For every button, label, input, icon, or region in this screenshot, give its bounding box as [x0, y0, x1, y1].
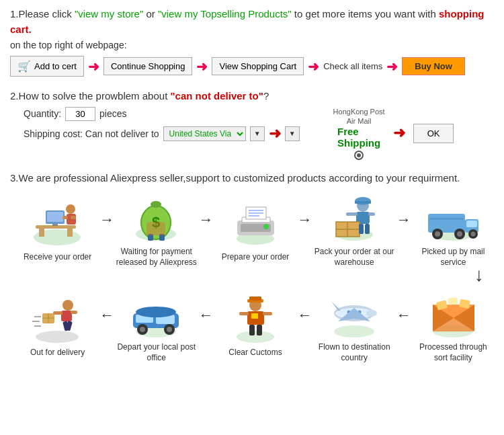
can-not-deliver-text: "can not deliver to" — [170, 90, 263, 102]
process-arrow-2: → — [198, 211, 213, 247]
step6-label: Out for delivery — [30, 348, 85, 358]
step8-label: Clear Cuctoms — [228, 348, 282, 358]
view-cart-label: View Shopping Cart — [219, 61, 296, 71]
out-delivery-icon — [28, 291, 88, 345]
ok-label: OK — [427, 128, 440, 139]
svg-rect-52 — [429, 218, 464, 220]
flow-bar: 🛒 Add to cert ➜ Continue Shopping ➜ View… — [10, 56, 494, 77]
svg-point-73 — [167, 327, 172, 332]
process-row-1: Receive your order → $ — [17, 190, 494, 268]
svg-rect-34 — [346, 212, 358, 216]
hkpost-line2: Air Mail — [347, 117, 372, 125]
step2-content: Quantity: pieces Shipping cost: Can not … — [24, 107, 494, 161]
dropdown-arrow-button[interactable]: ▼ — [250, 126, 265, 141]
section-2: 2.How to solve the prowblem about "can n… — [10, 89, 494, 160]
pack-order-icon — [324, 190, 384, 244]
shipping-arrow: ➜ — [269, 125, 281, 143]
svg-rect-3 — [67, 229, 73, 237]
section1-title: 1.Please click "view my store" or "view … — [10, 7, 494, 37]
ok-button[interactable]: OK — [413, 124, 454, 143]
section2-suffix: ? — [263, 90, 269, 102]
add-to-cert-button[interactable]: 🛒 Add to cert — [10, 56, 84, 77]
svg-rect-81 — [239, 312, 249, 315]
depart-post-icon — [126, 286, 187, 340]
arrow-4: ➜ — [386, 58, 398, 75]
step-customs: Clear Cuctoms — [214, 291, 296, 358]
step2-form: Quantity: pieces Shipping cost: Can not … — [24, 107, 300, 143]
step-waiting-payment: $ Waiting for payment released by Aliexp… — [116, 190, 197, 268]
svg-point-7 — [66, 204, 75, 214]
svg-rect-32 — [355, 201, 371, 204]
hkpost-section: HongKong Post Air Mail FreeShipping — [333, 107, 385, 161]
process-arrow-3: → — [298, 211, 312, 247]
buy-now-label: Buy Now — [415, 61, 452, 71]
waiting-payment-icon: $ — [126, 190, 187, 244]
svg-rect-45 — [466, 221, 477, 227]
arrow-1: ➜ — [88, 58, 99, 75]
flown-icon — [324, 286, 384, 340]
prepare-order-icon — [225, 196, 286, 249]
shipping-label: Shipping cost: Can not deliver to — [24, 128, 159, 139]
continue-shopping-button[interactable]: Continue Shopping — [103, 57, 193, 75]
view-store-link[interactable]: "view my store" — [75, 8, 143, 19]
svg-point-49 — [457, 231, 462, 237]
svg-rect-35 — [368, 212, 375, 216]
step-prepare-order: Prepare your order — [214, 196, 296, 263]
shipping-option-dropdown[interactable]: ▼ — [285, 126, 300, 141]
svg-point-47 — [435, 231, 440, 237]
svg-rect-9 — [62, 216, 68, 219]
process-arrow-1: → — [99, 211, 114, 247]
process-arrow-r2: ← — [198, 307, 213, 343]
process-row-2: Out for delivery ← — [17, 286, 494, 363]
buy-now-button[interactable]: Buy Now — [402, 57, 465, 75]
add-to-cert-label: Add to cert — [34, 61, 77, 71]
step-sort-facility: Processed through sort facility — [413, 286, 494, 363]
section1-suffix: to get more items you want with — [292, 8, 439, 19]
section2-prefix: 2.How to solve the prowblem about — [10, 90, 170, 102]
quantity-row: Quantity: pieces — [24, 107, 300, 121]
country-select[interactable]: United States Via — [163, 126, 246, 141]
section1-mid: or — [143, 8, 158, 19]
svg-point-74 — [136, 307, 176, 317]
svg-point-53 — [36, 331, 79, 343]
hkpost-line1: HongKong Post — [333, 108, 385, 116]
svg-rect-101 — [459, 299, 470, 308]
svg-rect-6 — [52, 224, 58, 226]
svg-rect-82 — [263, 312, 272, 315]
quantity-input[interactable] — [65, 107, 95, 121]
step-pack-order: Pack your order at our warehouse — [314, 190, 395, 268]
svg-rect-40 — [359, 224, 364, 234]
arrow-2: ➜ — [196, 58, 208, 75]
sort-facility-icon — [423, 286, 483, 340]
radio-selected[interactable] — [354, 151, 364, 160]
svg-rect-55 — [61, 311, 72, 321]
topselling-link[interactable]: "view my Topselling Products" — [158, 8, 292, 19]
section1-prefix: 1.Please click — [10, 8, 75, 19]
top-right-label: on the top right of webpage: — [10, 40, 494, 50]
step-flown: Flown to destination country — [314, 286, 395, 363]
svg-rect-10 — [71, 216, 76, 219]
customs-icon — [225, 291, 286, 345]
svg-point-54 — [62, 300, 73, 311]
check-all-items-label: Check all items — [323, 61, 382, 71]
hkpost-label: HongKong Post Air Mail — [333, 107, 385, 126]
svg-point-75 — [237, 331, 274, 343]
hkpost-ok-section: HongKong Post Air Mail FreeShipping ➜ OK — [320, 107, 454, 161]
section2-title: 2.How to solve the prowblem about "can n… — [10, 89, 494, 104]
cart-icon: 🛒 — [17, 60, 31, 73]
quantity-label: Quantity: — [24, 108, 61, 119]
hkpost-arrow: ➜ — [393, 124, 405, 142]
process-arrow-r3: ← — [298, 307, 312, 343]
svg-rect-56 — [53, 311, 62, 315]
section-3: 3.We are professional Aliexpress seller,… — [10, 172, 494, 363]
svg-point-71 — [140, 327, 145, 332]
step2-label: Waiting for payment released by Aliexpre… — [116, 247, 197, 268]
svg-point-85 — [334, 325, 374, 338]
continue-shopping-label: Continue Shopping — [111, 61, 185, 71]
pieces-label: pieces — [99, 108, 126, 119]
arrow-3: ➜ — [308, 58, 319, 75]
step-out-delivery: Out for delivery — [17, 291, 98, 358]
svg-rect-84 — [257, 325, 262, 335]
step10-label: Processed through sort facility — [413, 342, 494, 363]
view-shopping-cart-button[interactable]: View Shopping Cart — [212, 57, 304, 75]
